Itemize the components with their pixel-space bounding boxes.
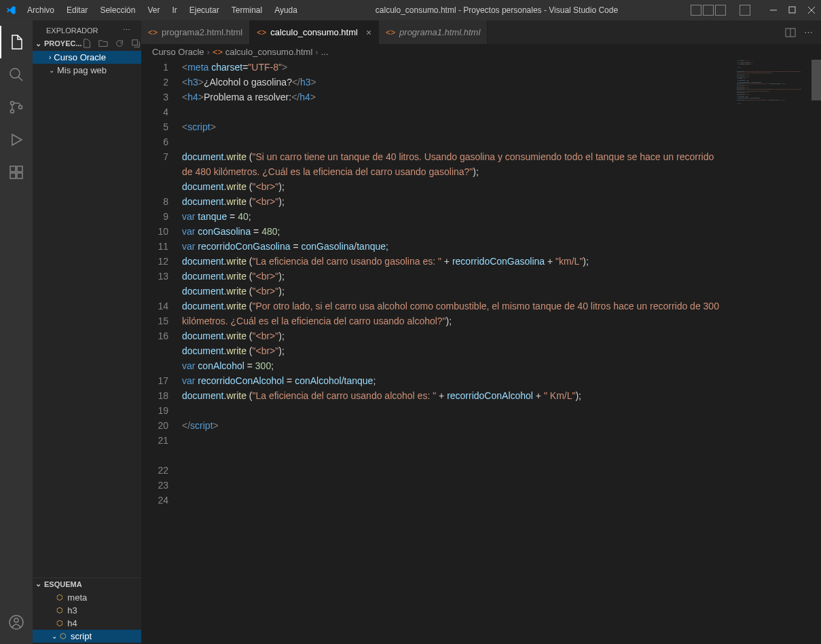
code-line-3[interactable]: <h4>Problema a resolver:</h4> (182, 90, 719, 105)
run-debug-icon[interactable] (0, 124, 33, 156)
tab-programa1-html-html[interactable]: <>programa1.html.html (379, 20, 488, 44)
outline-script[interactable]: ⌄⬡script (33, 630, 141, 643)
menu-ir[interactable]: Ir (166, 3, 182, 18)
breadcrumb-item[interactable]: <> calculo_consumo.html (213, 47, 312, 57)
code-line-22[interactable] (182, 403, 719, 418)
menu-ver[interactable]: Ver (142, 3, 165, 18)
chevron-down-icon: ⌄ (35, 580, 41, 588)
scrollbar-vertical[interactable] (811, 60, 821, 644)
more-actions-icon[interactable]: ⋯ (804, 27, 813, 37)
editor-area: <>programa2.html.html<>calculo_consumo.h… (141, 20, 821, 644)
svg-rect-7 (17, 173, 22, 178)
code-line-15[interactable]: document.write ("<br>"); (182, 284, 719, 299)
outline-h4[interactable]: ›⬡h4 (33, 617, 141, 630)
code-line-17[interactable]: document.write ("<br>"); (182, 328, 719, 343)
code-line-21[interactable]: document.write ("La eficiencia del carro… (182, 388, 719, 403)
breadcrumb[interactable]: Curso Oracle›<> calculo_consumo.html›... (141, 44, 821, 60)
titlebar: ArchivoEditarSelecciónVerIrEjecutarTermi… (0, 0, 821, 20)
code-line-19[interactable]: var conAlcohol = 300; (182, 358, 719, 373)
close-tab-icon[interactable]: × (366, 27, 371, 38)
breadcrumb-item[interactable]: Curso Oracle (152, 47, 204, 57)
split-editor-icon[interactable] (785, 27, 796, 38)
svg-rect-5 (10, 166, 16, 172)
code-line-1[interactable]: <meta charset="UTF-8"> (182, 60, 719, 75)
menu-ejecutar[interactable]: Ejecutar (184, 3, 225, 18)
folder-mis-pag-web[interactable]: ⌄Mis pag web (33, 64, 141, 77)
menu-archivo[interactable]: Archivo (22, 3, 60, 18)
folder-tree: ›Curso Oracle⌄Mis pag web (33, 50, 141, 78)
extensions-icon[interactable] (0, 156, 33, 189)
collapse-all-icon[interactable] (131, 39, 141, 48)
outline-h3[interactable]: ›⬡h3 (33, 604, 141, 617)
explorer-icon[interactable] (0, 26, 33, 58)
line-numbers: 123456789101112131415161718192021222324 (141, 60, 182, 644)
menu-terminal[interactable]: Terminal (226, 3, 268, 18)
code-line-18[interactable]: document.write ("<br>"); (182, 343, 719, 358)
accounts-icon[interactable] (0, 606, 33, 639)
code-line-2[interactable]: <h3>¿Alcohol o gasolina?</h3> (182, 75, 719, 90)
refresh-icon[interactable] (115, 39, 124, 48)
layout-panel-right-icon[interactable] (715, 5, 726, 16)
section-title: PROYEC... (44, 39, 82, 48)
folder-curso-oracle[interactable]: ›Curso Oracle (33, 51, 141, 64)
sidebar: EXPLORADOR ⋯ ⌄ PROYEC... ›Curso Oracle⌄M… (33, 20, 141, 644)
explorer-section-header[interactable]: ⌄ PROYEC... (33, 37, 141, 50)
new-file-icon[interactable] (82, 39, 92, 48)
code-line-9[interactable]: document.write ("<br>"); (182, 194, 719, 209)
tab-programa2-html-html[interactable]: <>programa2.html.html (141, 20, 250, 44)
symbol-icon: ⬡ (56, 619, 63, 628)
close-icon[interactable] (807, 6, 816, 14)
outline-header[interactable]: ⌄ ESQUEMA (33, 578, 141, 590)
code-line-8[interactable]: document.write ("<br>"); (182, 179, 719, 194)
code-line-11[interactable]: var conGasolina = 480; (182, 224, 719, 239)
code-line-4[interactable] (182, 105, 719, 119)
chevron-down-icon: ⌄ (49, 67, 54, 74)
breadcrumb-item[interactable]: ... (321, 47, 329, 57)
source-control-icon[interactable] (0, 91, 33, 124)
code-line-12[interactable]: var recorridoConGasolina = conGasolina/t… (182, 239, 719, 254)
outline-title: ESQUEMA (44, 580, 82, 588)
code-line-6[interactable] (182, 134, 719, 149)
svg-point-2 (11, 102, 14, 105)
sidebar-more-icon[interactable]: ⋯ (123, 26, 130, 35)
code-line-13[interactable]: document.write ("La eficiencia del carro… (182, 254, 719, 269)
maximize-icon[interactable] (788, 6, 797, 14)
layout-controls[interactable] (691, 5, 726, 16)
outline-tree: ›⬡meta›⬡h3›⬡h4⌄⬡script (33, 590, 141, 644)
minimize-icon[interactable] (769, 6, 778, 14)
code-line-24[interactable] (737, 105, 801, 107)
code-line-16[interactable]: document.write ("Por otro lado, si el ca… (182, 299, 719, 328)
symbol-icon: ⬡ (56, 593, 63, 602)
menu-selección[interactable]: Selección (94, 3, 141, 18)
outline-section: ⌄ ESQUEMA ›⬡meta›⬡h3›⬡h4⌄⬡script (33, 577, 141, 644)
vscode-logo-icon (5, 5, 16, 16)
html-file-icon: <> (148, 28, 158, 37)
new-folder-icon[interactable] (98, 39, 108, 48)
tab-calculo_consumo-html[interactable]: <>calculo_consumo.html× (250, 20, 379, 44)
code-line-20[interactable]: var recorridoConAlcohol = conAlcohol/tan… (182, 373, 719, 388)
layout-panel-left-icon[interactable] (691, 5, 701, 16)
code-line-23[interactable]: </script> (182, 418, 719, 433)
outline-meta[interactable]: ›⬡meta (33, 591, 141, 604)
tab-actions: ⋯ (777, 20, 821, 44)
layout-panel-bottom-icon[interactable] (703, 5, 714, 16)
svg-rect-6 (10, 173, 16, 178)
minimap[interactable]: <meta charset="UTF-8"><h3>¿Alcohol o gas… (737, 60, 811, 644)
code-line-5[interactable]: <script> (182, 119, 719, 134)
code-line-10[interactable]: var tanque = 40; (182, 209, 719, 224)
chevron-right-icon: › (49, 54, 51, 61)
menu-ayuda[interactable]: Ayuda (269, 3, 303, 18)
layout-customize-icon[interactable] (740, 5, 750, 16)
editor-content[interactable]: 123456789101112131415161718192021222324 … (141, 60, 821, 644)
search-icon[interactable] (0, 58, 33, 91)
menu-editar[interactable]: Editar (61, 3, 93, 18)
menu-bar: ArchivoEditarSelecciónVerIrEjecutarTermi… (22, 3, 303, 18)
code-line-14[interactable]: document.write ("<br>"); (182, 269, 719, 284)
svg-rect-8 (17, 166, 22, 172)
code-area[interactable]: <meta charset="UTF-8"><h3>¿Alcohol o gas… (182, 60, 821, 644)
chevron-down-icon: ⌄ (35, 39, 41, 48)
scrollbar-thumb[interactable] (811, 60, 821, 100)
code-line-24[interactable] (182, 433, 719, 448)
code-line-7[interactable]: document.write ("Si un carro tiene un ta… (182, 149, 719, 179)
editor-tabs: <>programa2.html.html<>calculo_consumo.h… (141, 20, 821, 44)
